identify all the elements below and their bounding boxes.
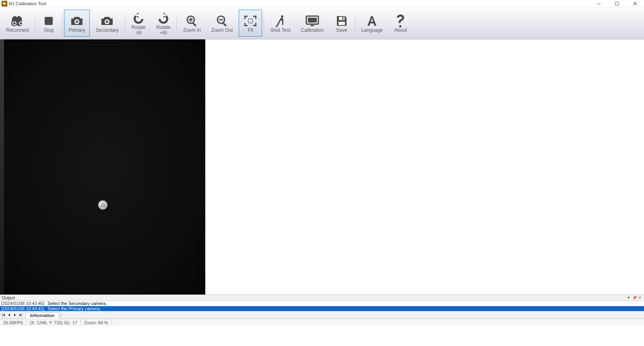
status-bar: 25.00FPS (X: 1246, Y: 725) GL: 17 Zoom: … [0, 319, 644, 326]
log-nav-row: Information ⁄ [0, 311, 644, 319]
zoom-in-button[interactable]: Zoom In [179, 10, 205, 37]
svg-rect-23 [339, 22, 345, 25]
svg-point-8 [76, 21, 78, 23]
output-log[interactable]: [2024/01/08 10:43:40] Select the Seconda… [0, 301, 644, 311]
log-row[interactable]: [2024/01/08 10:43:40] Select the Seconda… [0, 301, 644, 306]
main-viewport [0, 39, 644, 295]
question-icon [395, 14, 406, 28]
close-button[interactable] [626, 0, 644, 7]
svg-point-10 [106, 21, 108, 23]
maximize-button[interactable] [608, 0, 626, 7]
golf-ball [98, 200, 107, 210]
secondary-button[interactable]: Secondary [91, 10, 123, 37]
floppy-icon [335, 14, 348, 28]
golfer-icon [274, 14, 286, 28]
rotate-neg90-button[interactable]: Rotate-90 [127, 10, 150, 37]
stop-icon [43, 14, 54, 28]
status-zoom: Zoom: 84 % [81, 319, 111, 326]
nav-next-icon[interactable] [12, 312, 18, 318]
toolbar: Reconnect Stop Primary Secondary Rotate-… [0, 7, 644, 39]
svg-rect-12 [192, 23, 196, 27]
output-panel-title: Output [2, 295, 15, 300]
stop-button[interactable]: Stop [37, 10, 60, 37]
app-icon [2, 1, 7, 6]
panel-pin-icon[interactable]: 📌 [632, 295, 637, 300]
svg-rect-15 [248, 19, 252, 23]
primary-button[interactable]: Primary [64, 10, 89, 37]
fit-button[interactable]: Fit [239, 10, 262, 37]
svg-rect-21 [339, 17, 345, 20]
calibration-button[interactable]: Calibration [296, 10, 328, 37]
tab-end-decor: ⁄ [61, 312, 62, 318]
svg-point-5 [20, 22, 22, 25]
window-title: N1 Calibration Tool [9, 1, 46, 6]
svg-rect-14 [223, 23, 227, 27]
fit-icon [244, 14, 257, 28]
rotate-pos90-button[interactable]: Rotate+90 [152, 10, 175, 37]
about-button[interactable]: About [389, 10, 412, 37]
reconnect-button[interactable]: Reconnect [2, 10, 33, 37]
panel-close-icon[interactable]: ✕ [638, 295, 642, 300]
nav-last-icon[interactable] [18, 312, 23, 318]
title-bar: N1 Calibration Tool [0, 0, 644, 7]
svg-rect-6 [45, 17, 53, 25]
panel-dropdown-icon[interactable]: ▼ [626, 295, 631, 300]
camera-icon [100, 14, 114, 28]
status-coords: (X: 1246, Y: 725) GL: 17 [27, 319, 81, 326]
minimize-button[interactable] [590, 0, 608, 7]
zoom-out-icon [216, 14, 229, 28]
output-panel-header: Output ▼ 📌 ✕ [0, 295, 644, 301]
language-button[interactable]: Language [357, 10, 387, 37]
svg-rect-20 [311, 25, 314, 26]
nav-prev-icon[interactable] [6, 312, 12, 318]
status-fps: 25.00FPS [0, 319, 27, 326]
svg-rect-19 [308, 18, 317, 23]
camera-icon [70, 14, 84, 28]
svg-rect-0 [597, 4, 601, 4]
shot-test-button[interactable]: Shot Test [266, 10, 295, 37]
camera-view[interactable] [0, 39, 205, 295]
letter-a-icon [366, 14, 378, 28]
zoom-out-button[interactable]: Zoom Out [207, 10, 237, 37]
svg-point-16 [281, 15, 283, 18]
zoom-in-icon [186, 14, 198, 28]
log-row[interactable]: [2024/01/08 10:43:41] Select the Primary… [0, 306, 644, 311]
svg-rect-1 [615, 2, 619, 5]
binoculars-icon [10, 14, 25, 28]
svg-point-4 [13, 22, 16, 25]
rotate-cw-icon [157, 12, 170, 25]
information-tab[interactable]: Information [26, 312, 59, 319]
rotate-ccw-icon [132, 12, 145, 25]
nav-first-icon[interactable] [1, 312, 6, 318]
monitor-icon [305, 14, 320, 28]
save-button[interactable]: Save [330, 10, 353, 37]
svg-rect-22 [342, 17, 343, 20]
